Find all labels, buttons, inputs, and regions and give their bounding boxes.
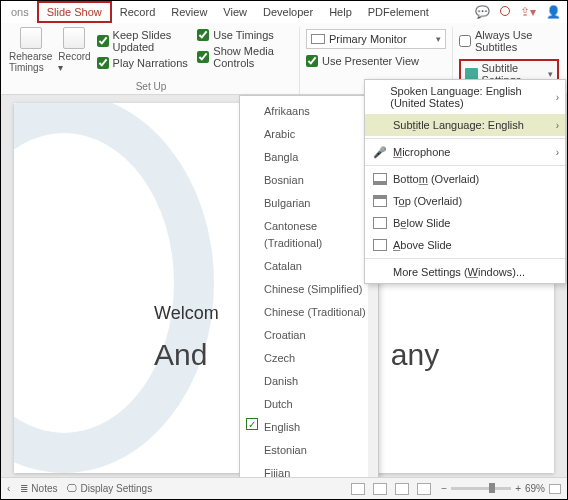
use-presenter-view-checkbox[interactable]: Use Presenter View xyxy=(306,55,446,67)
menu-bottom-label: Bottom (Overlaid) xyxy=(393,173,479,185)
menu-microphone-label: Microphone xyxy=(393,146,451,158)
language-option[interactable]: Bulgarian xyxy=(240,192,378,215)
reading-view-button[interactable] xyxy=(395,483,409,495)
tab-cutoff: ons xyxy=(3,3,37,21)
chevron-down-icon: ▾ xyxy=(548,69,553,79)
fit-to-window-button[interactable] xyxy=(549,484,561,494)
setup-checks-col1: Keep Slides Updated Play Narrations xyxy=(97,27,192,81)
position-top-icon xyxy=(373,195,387,207)
view-buttons xyxy=(351,483,431,495)
display-icon: 🖵 xyxy=(67,483,77,494)
zoom-percent[interactable]: 69% xyxy=(525,483,545,494)
tab-view[interactable]: View xyxy=(215,3,255,21)
menu-more-label: More Settings (Windows)... xyxy=(393,266,525,278)
menu-separator xyxy=(365,258,565,259)
record-button[interactable]: Record▾ xyxy=(58,27,90,81)
menu-subtitle-language[interactable]: Subtitle Language: English › xyxy=(365,114,565,136)
blank-icon xyxy=(373,119,387,131)
language-option[interactable]: Bangla xyxy=(240,146,378,169)
menu-separator xyxy=(365,138,565,139)
timings-label: Use Timings xyxy=(213,29,274,41)
sorter-view-button[interactable] xyxy=(373,483,387,495)
language-option[interactable]: Danish xyxy=(240,370,378,393)
always-use-subtitles-checkbox[interactable]: Always Use Subtitles xyxy=(459,29,559,53)
notes-button[interactable]: ≣Notes xyxy=(20,483,57,494)
monitor-icon xyxy=(311,34,325,44)
language-option[interactable]: Chinese (Simplified) xyxy=(240,278,378,301)
keep-slides-updated-checkbox[interactable]: Keep Slides Updated xyxy=(97,29,192,53)
use-timings-checkbox[interactable]: Use Timings xyxy=(197,29,293,41)
zoom-thumb[interactable] xyxy=(489,483,495,493)
language-option[interactable]: Czech xyxy=(240,347,378,370)
menu-spoken-language[interactable]: Spoken Language: English (United States)… xyxy=(365,80,565,114)
status-bar: ‹ ≣Notes 🖵Display Settings − + 69% xyxy=(1,477,567,499)
decorative-ring xyxy=(14,103,214,473)
language-option[interactable]: Arabic xyxy=(240,123,378,146)
monitor-select[interactable]: Primary Monitor ▾ xyxy=(306,29,446,49)
menu-below-slide[interactable]: Below Slide xyxy=(365,212,565,234)
rehearse-label: Rehearse Timings xyxy=(9,51,52,73)
menu-above-label: Above Slide xyxy=(393,239,452,251)
slideshow-view-button[interactable] xyxy=(417,483,431,495)
prev-arrow[interactable]: ‹ xyxy=(7,483,10,494)
setup-group-label: Set Up xyxy=(9,81,293,94)
zoom-control: − + 69% xyxy=(441,483,561,494)
language-option[interactable]: Catalan xyxy=(240,255,378,278)
show-media-controls-checkbox[interactable]: Show Media Controls xyxy=(197,45,293,69)
group-setup: Rehearse Timings Record▾ Keep Slides Upd… xyxy=(3,27,300,94)
menu-above-slide[interactable]: Above Slide xyxy=(365,234,565,256)
tab-help[interactable]: Help xyxy=(321,3,360,21)
language-option[interactable]: Croatian xyxy=(240,324,378,347)
notes-label: Notes xyxy=(31,483,57,494)
tab-developer[interactable]: Developer xyxy=(255,3,321,21)
chevron-right-icon: › xyxy=(556,147,559,158)
subtitle-language-list[interactable]: AfrikaansArabicBanglaBosnianBulgarianCan… xyxy=(239,95,379,495)
normal-view-button[interactable] xyxy=(351,483,365,495)
titlebar-icons: 💬 ⇪▾ 👤 xyxy=(475,5,567,19)
zoom-in-button[interactable]: + xyxy=(515,483,521,494)
menu-separator xyxy=(365,165,565,166)
ribbon-tabs: ons Slide Show Record Review View Develo… xyxy=(1,1,567,23)
rehearse-timings-button[interactable]: Rehearse Timings xyxy=(9,27,52,81)
microphone-icon: 🎤 xyxy=(373,146,387,158)
language-option[interactable]: English✓ xyxy=(240,416,378,439)
position-bottom-icon xyxy=(373,173,387,185)
play-narrations-checkbox[interactable]: Play Narrations xyxy=(97,57,192,69)
menu-top-label: Top (Overlaid) xyxy=(393,195,462,207)
blank-icon xyxy=(373,91,384,103)
language-option[interactable]: Dutch xyxy=(240,393,378,416)
language-option[interactable]: Bosnian xyxy=(240,169,378,192)
tab-pdfelement[interactable]: PDFelement xyxy=(360,3,437,21)
display-settings-button[interactable]: 🖵Display Settings xyxy=(67,483,152,494)
menu-spoken-label: Spoken Language: English (United States) xyxy=(390,85,557,109)
menu-more-settings[interactable]: More Settings (Windows)... xyxy=(365,261,565,283)
always-label: Always Use Subtitles xyxy=(475,29,559,53)
language-option[interactable]: Chinese (Traditional) xyxy=(240,301,378,324)
language-option[interactable]: Cantonese (Traditional) xyxy=(240,215,378,255)
rehearse-icon xyxy=(20,27,42,49)
notes-icon: ≣ xyxy=(20,483,28,494)
zoom-out-button[interactable]: − xyxy=(441,483,447,494)
menu-top-overlaid[interactable]: Top (Overlaid) xyxy=(365,190,565,212)
blank-icon xyxy=(373,266,387,278)
menu-microphone[interactable]: 🎤 Microphone › xyxy=(365,141,565,163)
position-below-icon xyxy=(373,217,387,229)
language-option[interactable]: Afrikaans xyxy=(240,100,378,123)
language-option[interactable]: Estonian xyxy=(240,439,378,462)
share-icon[interactable]: ⇪▾ xyxy=(520,5,536,19)
tab-record[interactable]: Record xyxy=(112,3,163,21)
media-label: Show Media Controls xyxy=(213,45,293,69)
checkmark-icon: ✓ xyxy=(246,418,258,430)
tab-review[interactable]: Review xyxy=(163,3,215,21)
presenter-label: Use Presenter View xyxy=(322,55,419,67)
menu-bottom-overlaid[interactable]: Bottom (Overlaid) xyxy=(365,168,565,190)
record-label: Record▾ xyxy=(58,51,90,73)
tab-slide-show[interactable]: Slide Show xyxy=(37,1,112,23)
play-label: Play Narrations xyxy=(113,57,188,69)
comment-icon[interactable]: 💬 xyxy=(475,5,490,19)
record-icon[interactable] xyxy=(500,5,510,19)
position-above-icon xyxy=(373,239,387,251)
zoom-slider[interactable] xyxy=(451,487,511,490)
display-label: Display Settings xyxy=(80,483,152,494)
account-icon[interactable]: 👤 xyxy=(546,5,561,19)
